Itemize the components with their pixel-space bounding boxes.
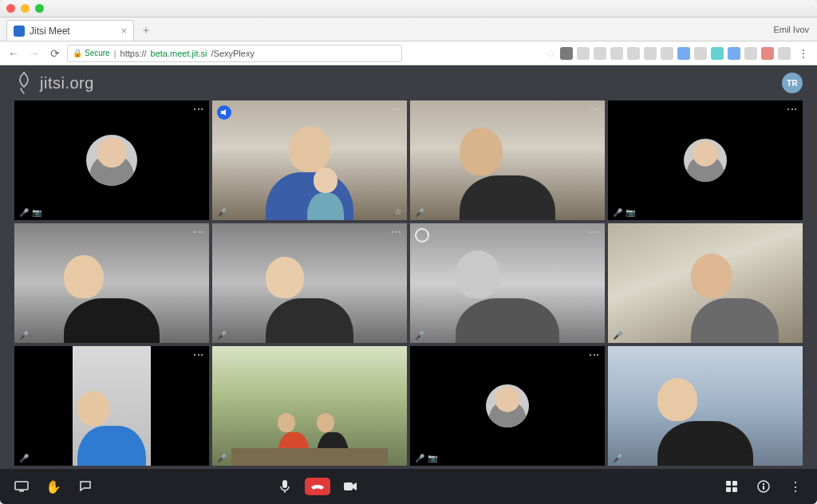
participant-tile[interactable]: ⋮ 🎤 bbox=[212, 223, 407, 343]
video-feed bbox=[608, 223, 803, 343]
tile-status-icons: 🎤📷 bbox=[613, 208, 635, 217]
active-speaker-icon bbox=[217, 105, 231, 120]
mic-icon: 🎤 bbox=[415, 208, 424, 217]
address-bar[interactable]: 🔒 Secure | https://beta.meet.jit.si/Sexy… bbox=[67, 45, 402, 62]
tile-menu-icon[interactable]: ⋮ bbox=[787, 226, 798, 236]
screenshare-button[interactable] bbox=[13, 478, 30, 495]
tile-menu-icon[interactable]: ⋮ bbox=[787, 104, 798, 113]
window-close-button[interactable] bbox=[6, 4, 15, 13]
browser-tab-strip: Jitsi Meet × ＋ Emil Ivov bbox=[0, 18, 817, 41]
nav-reload-button[interactable]: ⟳ bbox=[46, 45, 64, 62]
participant-tile[interactable]: ⋮ 🎤 bbox=[14, 223, 209, 343]
mic-icon: 🎤 bbox=[217, 208, 227, 217]
tile-status-icons: 🎤📷 bbox=[19, 208, 41, 217]
info-button[interactable] bbox=[755, 478, 772, 495]
video-feed bbox=[212, 223, 407, 343]
pin-icon[interactable]: ☆ bbox=[394, 207, 402, 217]
new-tab-button[interactable]: ＋ bbox=[137, 22, 155, 39]
more-actions-button[interactable]: ⋮ bbox=[787, 478, 804, 495]
tile-status-icons: 🎤 bbox=[415, 331, 424, 340]
participant-tile[interactable]: ⋮ 🎤 bbox=[608, 346, 803, 466]
extension-icon[interactable] bbox=[661, 47, 673, 60]
tile-status-icons: 🎤 bbox=[613, 454, 622, 463]
participant-tile[interactable]: ⋮ 🎤 bbox=[410, 223, 605, 343]
tile-menu-icon[interactable]: ⋮ bbox=[787, 349, 798, 359]
extension-tray: ☆ ⋮ bbox=[546, 45, 812, 62]
chrome-menu-button[interactable]: ⋮ bbox=[795, 45, 812, 62]
mic-icon: 🎤 bbox=[613, 454, 622, 463]
jitsi-logo[interactable]: jitsi.org bbox=[14, 71, 94, 95]
svg-rect-1 bbox=[19, 490, 24, 492]
local-user-avatar[interactable]: TR bbox=[782, 73, 803, 93]
avatar-icon bbox=[684, 139, 727, 182]
dominant-speaker-icon bbox=[415, 228, 429, 242]
participant-tile[interactable]: ⋮ 🎤 bbox=[212, 346, 407, 466]
mic-icon: 🎤 bbox=[613, 331, 622, 340]
extension-icon[interactable] bbox=[728, 47, 740, 60]
tile-status-icons: 🎤📷 bbox=[415, 454, 437, 463]
extension-icon[interactable] bbox=[778, 47, 791, 60]
video-feed bbox=[212, 100, 407, 220]
tile-menu-icon[interactable]: ⋮ bbox=[589, 104, 600, 113]
extension-icon[interactable] bbox=[677, 47, 690, 60]
participant-tile[interactable]: ⋮ 🎤 bbox=[410, 100, 605, 220]
mic-muted-icon: 🎤 bbox=[415, 454, 424, 463]
mic-icon: 🎤 bbox=[415, 331, 424, 340]
tile-menu-icon[interactable]: ⋮ bbox=[589, 226, 600, 236]
video-feed bbox=[14, 346, 209, 466]
camera-off-icon: 📷 bbox=[428, 454, 437, 463]
window-minimize-button[interactable] bbox=[21, 4, 30, 13]
tile-status-icons: 🎤 bbox=[415, 208, 424, 217]
svg-rect-0 bbox=[15, 482, 28, 490]
tile-menu-icon[interactable]: ⋮ bbox=[589, 349, 600, 359]
tile-menu-icon[interactable]: ⋮ bbox=[391, 226, 402, 236]
extension-icon[interactable] bbox=[744, 47, 757, 60]
hangup-button[interactable] bbox=[305, 478, 330, 495]
bookmark-star-icon[interactable]: ☆ bbox=[546, 47, 556, 60]
tab-close-button[interactable]: × bbox=[120, 25, 127, 37]
video-feed bbox=[212, 346, 407, 466]
extension-icon[interactable] bbox=[627, 47, 640, 60]
extension-icon[interactable] bbox=[711, 47, 724, 60]
participant-tile[interactable]: ⋮ 🎤📷 bbox=[14, 100, 209, 220]
browser-toolbar: ← → ⟳ 🔒 Secure | https://beta.meet.jit.s… bbox=[0, 41, 817, 65]
extension-icon[interactable] bbox=[610, 47, 623, 60]
url-scheme: https:// bbox=[120, 49, 147, 58]
extension-icon[interactable] bbox=[694, 47, 707, 60]
svg-rect-3 bbox=[344, 482, 353, 490]
camera-off-icon: 📷 bbox=[32, 208, 41, 217]
tile-view-button[interactable] bbox=[723, 478, 740, 495]
extension-icon[interactable] bbox=[560, 47, 573, 60]
participant-tile[interactable]: ⋮ 🎤 bbox=[14, 346, 209, 466]
tile-menu-icon[interactable]: ⋮ bbox=[391, 349, 402, 359]
nav-forward-button[interactable]: → bbox=[26, 45, 43, 62]
window-zoom-button[interactable] bbox=[35, 4, 44, 13]
extension-icon[interactable] bbox=[577, 47, 590, 60]
mic-icon: 🎤 bbox=[217, 454, 227, 463]
extension-icon[interactable] bbox=[644, 47, 657, 60]
mic-icon: 🎤 bbox=[217, 331, 227, 340]
nav-back-button[interactable]: ← bbox=[5, 45, 22, 62]
jitsi-app: jitsi.org TR ⋮ 🎤📷 bbox=[0, 65, 817, 504]
video-feed bbox=[410, 100, 605, 220]
avatar-icon bbox=[86, 135, 137, 186]
svg-rect-6 bbox=[763, 483, 764, 485]
microphone-button[interactable] bbox=[276, 478, 294, 495]
tile-menu-icon[interactable]: ⋮ bbox=[193, 104, 204, 113]
raise-hand-button[interactable]: ✋ bbox=[45, 478, 62, 495]
chat-button[interactable] bbox=[77, 478, 94, 495]
browser-tab[interactable]: Jitsi Meet × bbox=[6, 20, 134, 41]
participant-tile[interactable]: ⋮ 🎤📷 bbox=[410, 346, 605, 466]
tile-menu-icon[interactable]: ⋮ bbox=[193, 349, 204, 359]
extension-icon[interactable] bbox=[594, 47, 606, 60]
participant-tile[interactable]: ⋮ 🎤 bbox=[608, 223, 803, 343]
url-path: /SexyPlexy bbox=[211, 49, 255, 58]
camera-button[interactable] bbox=[341, 478, 359, 495]
participant-tile[interactable]: ⋮ 🎤📷 bbox=[608, 100, 803, 220]
participant-tile[interactable]: ⋮ 🎤 ☆ bbox=[212, 100, 407, 220]
chrome-profile-name[interactable]: Emil Ivov bbox=[773, 25, 809, 34]
tile-menu-icon[interactable]: ⋮ bbox=[391, 104, 402, 113]
extension-icon[interactable] bbox=[761, 47, 774, 60]
user-initials: TR bbox=[787, 79, 797, 88]
tile-menu-icon[interactable]: ⋮ bbox=[193, 226, 204, 236]
